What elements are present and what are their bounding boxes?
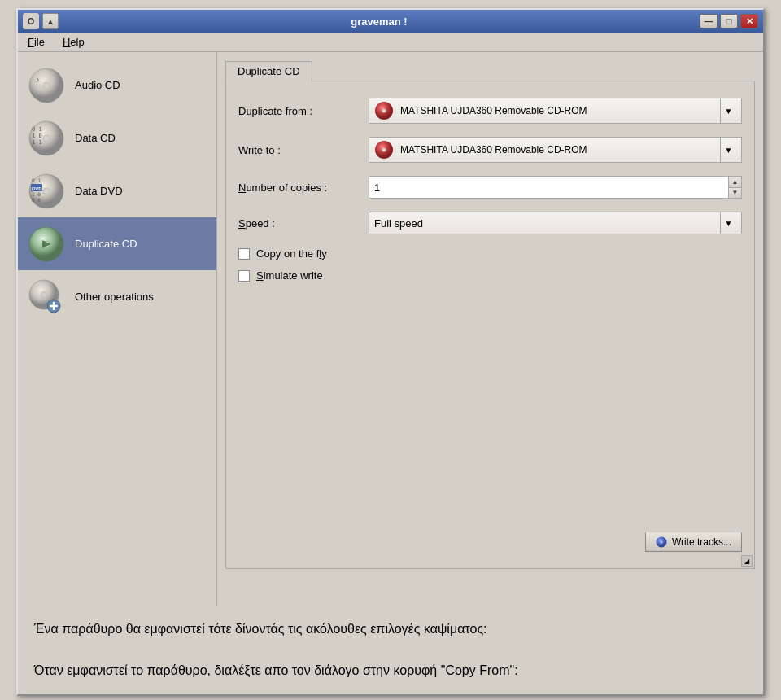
up-button[interactable]: ▲ — [42, 13, 59, 29]
tab-content: Duplicate from : — [225, 81, 755, 569]
simulate-write-label: Simulate write — [256, 269, 323, 282]
app-icon: O — [23, 13, 39, 29]
svg-point-28 — [660, 541, 662, 544]
right-panel: Duplicate CD Duplicate from : — [217, 52, 763, 606]
sidebar-item-data-dvd[interactable]: DVD 0 1 1 0 0 0 Data DVD — [18, 164, 216, 217]
svg-point-9 — [43, 188, 50, 195]
write-tracks-label: Write tracks... — [672, 536, 731, 548]
num-copies-row: Number of copies : ▲ ▼ — [238, 176, 742, 199]
write-to-row: Write to : — [238, 137, 742, 163]
svg-point-24 — [382, 109, 386, 113]
titlebar: O ▲ graveman ! — □ ✕ — [18, 10, 763, 33]
num-copies-input[interactable] — [369, 177, 728, 198]
svg-text:0 1: 0 1 — [32, 126, 42, 133]
sidebar-item-other-ops[interactable]: Other operations — [18, 270, 216, 323]
write-to-dropdown[interactable]: MATSHITA UJDA360 Removable CD-ROM ▼ — [369, 137, 742, 163]
window-controls: — □ ✕ — [700, 14, 758, 28]
spinbox-down-button[interactable]: ▼ — [729, 188, 741, 199]
spinbox-buttons: ▲ ▼ — [728, 177, 741, 198]
data-cd-icon: 0 1 1 0 1 1 — [26, 118, 67, 159]
write-icon — [656, 536, 667, 548]
audio-cd-icon: ♪ — [26, 65, 67, 106]
sidebar-label-audio-cd: Audio CD — [75, 79, 120, 91]
write-to-label: Write to : — [238, 144, 369, 156]
svg-text:1 1: 1 1 — [32, 139, 42, 146]
bottom-line2: Όταν εμφανιστεί το παράθυρο, διαλέξτε απ… — [34, 660, 747, 681]
other-ops-icon — [26, 277, 67, 317]
duplicate-cd-icon — [26, 224, 67, 265]
sidebar-item-data-cd[interactable]: 0 1 1 0 1 1 Data CD — [18, 112, 216, 164]
num-copies-spinbox[interactable]: ▲ ▼ — [369, 176, 742, 199]
copy-on-fly-row: Copy on the fly — [238, 247, 742, 260]
minimize-button[interactable]: — — [700, 14, 718, 28]
copy-on-fly-checkbox[interactable] — [238, 248, 250, 260]
svg-text:0 0: 0 0 — [32, 197, 41, 203]
speed-value: Full speed — [374, 217, 720, 230]
application-window: O ▲ graveman ! — □ ✕ File Help — [16, 8, 765, 696]
svg-point-26 — [382, 148, 386, 152]
copy-on-fly-label: Copy on the fly — [256, 247, 327, 260]
window-title: graveman ! — [59, 15, 700, 28]
svg-point-4 — [43, 135, 50, 142]
tab-bar: Duplicate CD — [225, 60, 755, 81]
speed-arrow[interactable]: ▼ — [720, 212, 736, 234]
sidebar-item-duplicate-cd[interactable]: Duplicate CD — [18, 217, 216, 270]
simulate-write-row: Simulate write — [238, 269, 742, 282]
write-to-arrow[interactable]: ▼ — [720, 138, 736, 162]
duplicate-from-label: Duplicate from : — [238, 105, 369, 117]
svg-text:1 0: 1 0 — [32, 133, 42, 139]
spinbox-up-button[interactable]: ▲ — [729, 177, 741, 188]
duplicate-from-arrow[interactable]: ▼ — [720, 98, 736, 123]
close-button[interactable]: ✕ — [740, 14, 758, 28]
write-tracks-button[interactable]: Write tracks... — [645, 532, 742, 552]
duplicate-from-dropdown[interactable]: MATSHITA UJDA360 Removable CD-ROM ▼ — [369, 98, 742, 124]
menubar: File Help — [18, 33, 763, 52]
simulate-write-checkbox[interactable] — [238, 270, 250, 282]
maximize-button[interactable]: □ — [720, 14, 738, 28]
scrollbar-corner: ◢ — [741, 555, 753, 567]
svg-text:♪: ♪ — [36, 76, 40, 84]
svg-text:0 1: 0 1 — [32, 177, 41, 183]
speed-row: Speed : Full speed ▼ — [238, 212, 742, 234]
tab-duplicate-cd[interactable]: Duplicate CD — [225, 61, 312, 81]
sidebar-item-audio-cd[interactable]: ♪ Audio CD — [18, 59, 216, 112]
duplicate-from-value: MATSHITA UJDA360 Removable CD-ROM — [400, 105, 720, 116]
sidebar-label-duplicate-cd: Duplicate CD — [75, 238, 137, 250]
menu-help[interactable]: Help — [58, 34, 89, 50]
sidebar-label-other-ops: Other operations — [75, 291, 154, 303]
bottom-text: Ένα παράθυρο θα εμφανιστεί τότε δίνοντάς… — [18, 606, 763, 694]
bottom-line1: Ένα παράθυρο θα εμφανιστεί τότε δίνοντάς… — [34, 619, 747, 640]
sidebar-label-data-dvd: Data DVD — [75, 185, 123, 197]
data-dvd-icon: DVD 0 1 1 0 0 0 — [26, 171, 67, 212]
duplicate-from-row: Duplicate from : — [238, 98, 742, 124]
svg-text:1 0: 1 0 — [32, 191, 41, 197]
num-copies-label: Number of copies : — [238, 182, 369, 194]
sidebar-label-data-cd: Data CD — [75, 132, 116, 144]
svg-point-19 — [41, 291, 47, 297]
spacer — [238, 291, 742, 552]
sidebar: ♪ Audio CD — [18, 52, 217, 606]
speed-label: Speed : — [238, 217, 369, 230]
titlebar-left: O ▲ — [23, 13, 59, 29]
speed-dropdown[interactable]: Full speed ▼ — [369, 212, 742, 234]
menu-file[interactable]: File — [23, 34, 50, 50]
main-content: ♪ Audio CD — [18, 52, 763, 606]
write-to-value: MATSHITA UJDA360 Removable CD-ROM — [400, 144, 720, 155]
svg-point-1 — [43, 82, 50, 89]
